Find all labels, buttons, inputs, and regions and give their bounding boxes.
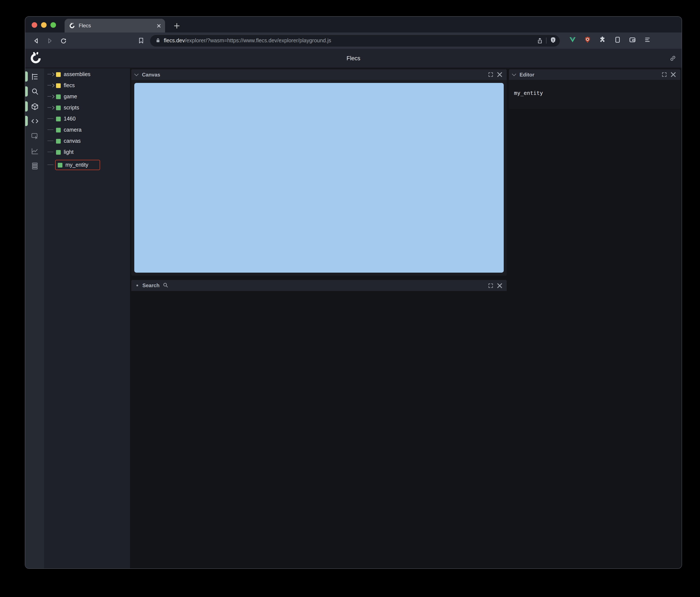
leaf-line-icon	[47, 138, 55, 144]
extensions-menu-button[interactable]	[599, 36, 606, 45]
bookmark-button[interactable]	[135, 35, 147, 46]
activity-stats-button[interactable]	[25, 145, 44, 157]
tree-item-assemblies[interactable]: assemblies	[44, 69, 130, 80]
leaf-line-icon	[47, 150, 55, 155]
fullscreen-button[interactable]	[488, 283, 494, 288]
activity-tree-button[interactable]	[25, 70, 44, 83]
back-icon	[33, 37, 39, 44]
shield-extension-icon	[584, 36, 591, 43]
entity-square-icon	[56, 105, 61, 110]
tab-title: Flecs	[79, 23, 153, 29]
reload-button[interactable]	[58, 35, 69, 46]
shield-extension-button[interactable]	[584, 36, 591, 45]
close-panel-button[interactable]	[497, 72, 502, 77]
flecs-logo-icon	[29, 52, 42, 65]
search-panel-header[interactable]: Search	[131, 280, 507, 291]
tree-item-light[interactable]: light	[44, 147, 130, 158]
url-path: /explorer/?wasm=https://www.flecs.dev/ex…	[185, 37, 331, 44]
cube-icon	[30, 102, 39, 110]
share-link-button[interactable]	[669, 55, 676, 64]
url-text: flecs.dev/explorer/?wasm=https://www.fle…	[164, 37, 534, 44]
minimize-window-button[interactable]	[41, 22, 47, 28]
forward-icon	[46, 37, 53, 44]
vue-icon	[569, 36, 576, 43]
expand-arrow-icon[interactable]	[47, 72, 55, 77]
close-window-button[interactable]	[32, 22, 37, 28]
entity-square-icon	[58, 163, 62, 167]
fullscreen-icon	[488, 72, 494, 77]
expand-arrow-icon[interactable]	[47, 94, 55, 99]
sidebar-toggle-button[interactable]	[614, 36, 621, 45]
zoom-window-button[interactable]	[50, 22, 56, 28]
new-tab-button[interactable]	[172, 21, 182, 31]
collapsed-dot-icon[interactable]	[136, 285, 138, 286]
tree-item-flecs[interactable]: flecs	[44, 80, 130, 91]
canvas-panel-header[interactable]: Canvas	[131, 69, 507, 80]
render-canvas[interactable]	[134, 83, 504, 272]
close-panel-button[interactable]	[671, 72, 676, 77]
tree-item-camera[interactable]: camera	[44, 124, 130, 135]
code-icon	[30, 117, 39, 125]
activity-search-button[interactable]	[25, 85, 44, 98]
canvas-panel: Canvas	[131, 69, 507, 276]
expand-arrow-icon[interactable]	[47, 105, 55, 110]
active-indicator	[25, 101, 28, 111]
browser-toolbar: flecs.dev/explorer/?wasm=https://www.fle…	[25, 32, 682, 49]
highlight-red-box: my_entity	[55, 160, 100, 170]
close-panel-button[interactable]	[497, 283, 502, 288]
back-button[interactable]	[30, 35, 42, 46]
forward-button[interactable]	[44, 35, 55, 46]
editor-content[interactable]: my_entity	[514, 90, 543, 96]
link-icon	[669, 55, 676, 62]
plus-icon	[174, 23, 179, 28]
chevron-down-icon[interactable]	[512, 72, 516, 76]
address-bar[interactable]: flecs.dev/explorer/?wasm=https://www.fle…	[150, 35, 560, 46]
inspect-icon	[30, 132, 39, 140]
activity-bar	[25, 68, 44, 568]
expand-arrow-icon[interactable]	[47, 83, 55, 88]
fullscreen-button[interactable]	[661, 72, 667, 77]
search-glyph	[163, 282, 168, 289]
module-square-icon	[56, 72, 61, 77]
editor-panel-header[interactable]: Editor	[509, 69, 680, 80]
vue-devtools-extension-button[interactable]	[569, 36, 576, 45]
browser-tab[interactable]: Flecs	[65, 19, 165, 32]
tree-item-1460[interactable]: 1460	[44, 113, 130, 124]
tree-item-label: camera	[64, 127, 81, 133]
tree-item-game[interactable]: game	[44, 91, 130, 102]
brave-lion-icon	[550, 36, 556, 43]
leaf-line-icon	[47, 127, 55, 132]
wallet-button[interactable]	[629, 36, 636, 45]
extension-icons	[569, 36, 651, 45]
reload-icon	[60, 37, 67, 44]
memory-icon	[30, 162, 39, 170]
tree-item-label: flecs	[64, 82, 75, 88]
close-icon	[497, 283, 502, 288]
tree-item-my-entity[interactable]: my_entity	[44, 158, 130, 172]
tree-hierarchy-icon	[30, 73, 39, 81]
entity-tree-panel: assemblies flecs game scripts	[44, 68, 130, 568]
share-button[interactable]	[537, 38, 543, 43]
fullscreen-icon	[661, 72, 667, 77]
tree-item-label: light	[64, 149, 74, 155]
chevron-down-icon[interactable]	[134, 72, 139, 76]
module-square-icon	[56, 83, 61, 88]
tree-item-canvas[interactable]: canvas	[44, 135, 130, 147]
editor-panel-title: Editor	[520, 72, 534, 78]
activity-entities-button[interactable]	[25, 100, 44, 113]
brave-shields-button[interactable]	[550, 36, 556, 45]
tab-close-icon[interactable]	[157, 22, 161, 29]
lock-icon	[156, 37, 160, 45]
leaf-line-icon	[47, 116, 55, 121]
activity-memory-button[interactable]	[25, 159, 44, 172]
fullscreen-button[interactable]	[488, 72, 494, 77]
editor-panel-body[interactable]: my_entity	[509, 80, 680, 109]
leaf-line-icon	[47, 162, 55, 167]
browser-menu-button[interactable]	[644, 36, 651, 45]
tree-item-scripts[interactable]: scripts	[44, 102, 130, 113]
search-panel: Search	[131, 280, 507, 291]
activity-inspect-button[interactable]	[25, 129, 44, 142]
activity-code-button[interactable]	[25, 114, 44, 127]
divider	[546, 37, 547, 44]
center-column: Canvas	[131, 69, 507, 568]
